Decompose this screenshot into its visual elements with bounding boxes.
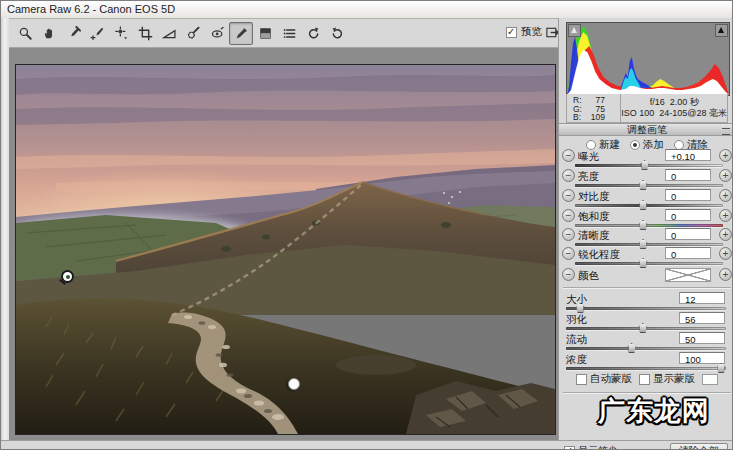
slider-label: 大小	[566, 293, 587, 307]
show-pins-checkbox[interactable]	[564, 446, 575, 450]
slider-value-input[interactable]: 0	[665, 247, 711, 259]
clear-all-button[interactable]: 清除全部	[670, 443, 728, 450]
targeted-adjustment-tool-button[interactable]	[109, 22, 133, 45]
rotate-right-button[interactable]	[325, 22, 349, 45]
panel-header: 调整画笔	[559, 123, 733, 136]
panel-menu-icon[interactable]	[722, 128, 730, 135]
show-pins-option[interactable]: 显示笔尖	[564, 444, 618, 450]
slider-track[interactable]	[575, 204, 723, 207]
slider-value-input[interactable]: 56	[679, 312, 725, 324]
highlight-clip-triangle-icon	[718, 27, 724, 33]
slider-track[interactable]	[575, 243, 723, 246]
increase-button[interactable]	[719, 209, 732, 222]
shadow-clipping-indicator[interactable]	[568, 24, 581, 37]
preview-toggle[interactable]: 预览	[506, 25, 542, 39]
decrease-button[interactable]	[562, 149, 575, 162]
show-mask-option[interactable]: 显示蒙版	[639, 372, 695, 386]
slider-track[interactable]	[566, 307, 726, 310]
slider-flow: 流动 50	[559, 332, 733, 354]
slider-value-input[interactable]: +0.10	[665, 149, 711, 161]
rotate-left-button[interactable]	[301, 22, 325, 45]
hand-icon	[42, 26, 57, 41]
increase-button[interactable]	[719, 189, 732, 202]
color-sampler-tool-button[interactable]	[85, 22, 109, 45]
slider-feather: 羽化 56	[559, 312, 733, 334]
tool-buttons	[13, 22, 349, 45]
show-mask-checkbox[interactable]	[639, 374, 650, 385]
decrease-button[interactable]	[562, 209, 575, 222]
slider-value-input[interactable]: 0	[665, 209, 711, 221]
straighten-icon	[162, 26, 177, 41]
preview-checkbox[interactable]	[506, 27, 517, 38]
slider-label: 亮度	[578, 170, 599, 184]
decrease-button[interactable]	[562, 247, 575, 260]
slider-contrast: 对比度 0	[559, 189, 733, 211]
slider-value-input[interactable]: 12	[679, 292, 725, 304]
slider-track[interactable]	[575, 262, 723, 265]
preferences-button[interactable]	[277, 22, 301, 45]
increase-button[interactable]	[719, 169, 732, 182]
divider	[563, 287, 731, 289]
window-title: Camera Raw 6.2 - Canon EOS 5D	[7, 3, 175, 15]
highlight-clipping-indicator[interactable]	[715, 24, 728, 37]
slider-value-input[interactable]: 0	[665, 189, 711, 201]
preview-area	[9, 48, 558, 440]
right-panel: R:77 G:75 B:109 f/16 2.00 秒 ISO 100 24-1…	[558, 18, 733, 450]
slider-track[interactable]	[575, 184, 723, 187]
slider-track[interactable]	[575, 164, 723, 167]
image-info: R:77 G:75 B:109 f/16 2.00 秒 ISO 100 24-1…	[566, 94, 728, 123]
zoom-tool-button[interactable]	[13, 22, 37, 45]
auto-mask-checkbox[interactable]	[576, 374, 587, 385]
decrease-button[interactable]	[562, 268, 575, 281]
adjustment-brush-tool-button[interactable]	[229, 22, 253, 45]
slider-knob[interactable]	[639, 258, 648, 268]
slider-brightness: 亮度 0	[559, 169, 733, 191]
straighten-tool-button[interactable]	[157, 22, 181, 45]
brush-pin[interactable]	[288, 378, 300, 390]
mask-color-swatch[interactable]	[702, 374, 718, 385]
white-balance-tool-button[interactable]	[61, 22, 85, 45]
shadow-clip-triangle-icon	[571, 27, 577, 33]
rotate-cw-icon	[330, 26, 345, 41]
slider-track[interactable]	[566, 327, 726, 330]
show-pins-label: 显示笔尖	[578, 444, 618, 450]
decrease-button[interactable]	[562, 169, 575, 182]
graduated-filter-tool-button[interactable]	[253, 22, 277, 45]
slider-label: 浓度	[566, 353, 587, 367]
exif-readout: f/16 2.00 秒 ISO 100 24-105@28 毫米	[621, 94, 727, 122]
exif-exposure: f/16 2.00 秒	[650, 97, 699, 108]
slider-value-input[interactable]: 0	[665, 169, 711, 181]
slider-value-input[interactable]: 0	[665, 228, 711, 240]
increase-button[interactable]	[719, 149, 732, 162]
brush-pin-active[interactable]	[61, 270, 74, 283]
heal-brush-icon	[186, 26, 201, 41]
crop-tool-button[interactable]	[133, 22, 157, 45]
hand-tool-button[interactable]	[37, 22, 61, 45]
rgb-readout: R:77 G:75 B:109	[567, 94, 621, 122]
slider-exposure: 曝光 +0.10	[559, 149, 733, 171]
auto-mask-option[interactable]: 自动蒙版	[576, 372, 632, 386]
red-eye-tool-button[interactable]	[205, 22, 229, 45]
color-swatch[interactable]	[665, 268, 711, 282]
landscape-photo-graphic	[16, 65, 555, 434]
title-bar[interactable]: Camera Raw 6.2 - Canon EOS 5D	[1, 1, 732, 19]
histogram	[566, 22, 730, 96]
spot-removal-tool-button[interactable]	[181, 22, 205, 45]
slider-value-input[interactable]: 50	[679, 332, 725, 344]
increase-button[interactable]	[719, 228, 732, 241]
slider-track[interactable]	[575, 224, 723, 227]
slider-label: 流动	[566, 333, 587, 347]
photo-canvas[interactable]	[15, 64, 556, 435]
slider-size: 大小 12	[559, 292, 733, 314]
exif-lens: ISO 100 24-105@28 毫米	[621, 108, 727, 119]
watermark: 广东龙网	[579, 393, 729, 429]
increase-button[interactable]	[719, 268, 732, 281]
decrease-button[interactable]	[562, 189, 575, 202]
slider-label: 锐化程度	[578, 248, 620, 262]
slider-value-input[interactable]: 100	[679, 352, 725, 364]
slider-track[interactable]	[566, 347, 726, 350]
slider-track[interactable]	[566, 367, 726, 370]
decrease-button[interactable]	[562, 228, 575, 241]
histogram-graphic	[567, 23, 729, 95]
increase-button[interactable]	[719, 247, 732, 260]
